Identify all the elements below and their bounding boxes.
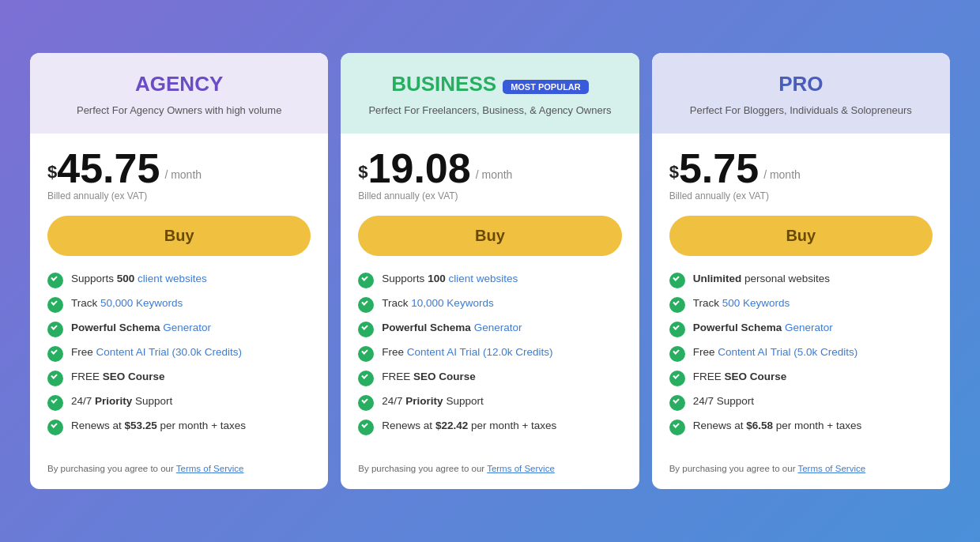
check-icon	[47, 346, 63, 362]
card-body-business: $19.08/ monthBilled annually (ex VAT)Buy…	[341, 134, 639, 464]
feature-text: FREE SEO Course	[382, 370, 476, 385]
feature-text: Unlimited personal websites	[693, 272, 830, 287]
list-item: FREE SEO Course	[669, 370, 933, 386]
feature-text: Free Content AI Trial (12.0k Credits)	[382, 345, 552, 360]
tos-link-business[interactable]: Terms of Service	[487, 464, 555, 473]
list-item: FREE SEO Course	[47, 370, 311, 386]
list-item: Renews at $53.25 per month + taxes	[47, 419, 311, 435]
feature-text: Supports 500 client websites	[71, 272, 207, 287]
plan-title-row-agency: AGENCY	[46, 72, 312, 103]
check-icon	[47, 297, 63, 313]
price-row-agency: $45.75/ month	[47, 148, 311, 189]
price-row-business: $19.08/ month	[358, 148, 621, 189]
list-item: Powerful Schema Generator	[358, 321, 621, 337]
check-icon	[47, 273, 63, 288]
feature-list-pro: Unlimited personal websitesTrack 500 Key…	[669, 272, 933, 443]
check-icon	[669, 346, 685, 362]
feature-text: Renews at $22.42 per month + taxes	[382, 419, 556, 434]
feature-text: Powerful Schema Generator	[71, 321, 211, 336]
pricing-card-pro: PROPerfect For Bloggers, Individuals & S…	[652, 53, 950, 490]
check-icon	[358, 322, 374, 337]
list-item: 24/7 Priority Support	[47, 394, 311, 411]
plan-subtitle-pro: Perfect For Bloggers, Individuals & Solo…	[668, 103, 934, 119]
check-icon	[358, 395, 374, 411]
plan-name-business: BUSINESS	[391, 72, 496, 96]
list-item: Supports 100 client websites	[358, 272, 621, 288]
check-icon	[47, 322, 63, 337]
price-billed-agency: Billed annually (ex VAT)	[47, 190, 311, 201]
tos-text-agency: By purchasing you agree to our Terms of …	[30, 464, 328, 473]
check-icon	[358, 297, 374, 313]
list-item: Track 500 Keywords	[669, 296, 933, 313]
pricing-card-agency: AGENCYPerfect For Agency Owners with hig…	[30, 53, 328, 490]
feature-text: FREE SEO Course	[693, 370, 787, 385]
check-icon	[47, 420, 63, 435]
most-popular-badge: Most Popular	[503, 80, 589, 94]
check-icon	[358, 371, 374, 386]
list-item: Supports 500 client websites	[47, 272, 311, 288]
check-icon	[669, 273, 685, 288]
feature-text: Powerful Schema Generator	[382, 321, 522, 336]
tos-text-pro: By purchasing you agree to our Terms of …	[652, 464, 950, 473]
tos-link-pro[interactable]: Terms of Service	[797, 464, 865, 473]
card-body-agency: $45.75/ monthBilled annually (ex VAT)Buy…	[30, 134, 328, 464]
price-billed-pro: Billed annually (ex VAT)	[669, 190, 933, 201]
list-item: Free Content AI Trial (12.0k Credits)	[358, 345, 621, 362]
card-body-pro: $5.75/ monthBilled annually (ex VAT)BuyU…	[652, 134, 950, 464]
pricing-card-business: BUSINESSMost PopularPerfect For Freelanc…	[341, 53, 639, 490]
list-item: Powerful Schema Generator	[47, 321, 311, 337]
feature-text: Free Content AI Trial (30.0k Credits)	[71, 345, 242, 360]
list-item: FREE SEO Course	[358, 370, 621, 386]
buy-button-agency[interactable]: Buy	[47, 216, 311, 256]
plan-title-row-pro: PRO	[668, 72, 934, 103]
check-icon	[669, 371, 685, 386]
check-icon	[358, 273, 374, 288]
plan-subtitle-agency: Perfect For Agency Owners with high volu…	[46, 103, 312, 119]
pricing-container: AGENCYPerfect For Agency Owners with hig…	[24, 53, 956, 490]
check-icon	[669, 395, 685, 411]
price-dollar-business: $	[358, 162, 368, 183]
price-dollar-agency: $	[47, 162, 57, 183]
price-billed-business: Billed annually (ex VAT)	[358, 190, 621, 201]
card-header-pro: PROPerfect For Bloggers, Individuals & S…	[652, 53, 950, 134]
check-icon	[47, 371, 63, 386]
card-header-business: BUSINESSMost PopularPerfect For Freelanc…	[341, 53, 639, 134]
feature-text: 24/7 Priority Support	[71, 394, 172, 409]
feature-list-agency: Supports 500 client websitesTrack 50,000…	[47, 272, 311, 443]
feature-text: Renews at $6.58 per month + taxes	[693, 419, 862, 434]
list-item: Renews at $22.42 per month + taxes	[358, 419, 621, 435]
price-period-business: / month	[476, 168, 513, 181]
feature-list-business: Supports 100 client websitesTrack 10,000…	[358, 272, 621, 443]
check-icon	[358, 346, 374, 362]
price-amount-business: 19.08	[368, 148, 471, 189]
feature-text: Renews at $53.25 per month + taxes	[71, 419, 246, 434]
feature-text: Track 50,000 Keywords	[71, 296, 183, 311]
list-item: Track 50,000 Keywords	[47, 296, 311, 313]
price-period-agency: / month	[164, 168, 202, 181]
buy-button-pro[interactable]: Buy	[669, 216, 933, 256]
list-item: 24/7 Support	[669, 394, 933, 411]
plan-name-agency: AGENCY	[135, 72, 223, 96]
feature-text: 24/7 Priority Support	[382, 394, 483, 409]
list-item: Renews at $6.58 per month + taxes	[669, 419, 933, 435]
list-item: 24/7 Priority Support	[358, 394, 621, 411]
price-amount-agency: 45.75	[57, 148, 160, 189]
card-header-agency: AGENCYPerfect For Agency Owners with hig…	[30, 53, 328, 134]
tos-text-business: By purchasing you agree to our Terms of …	[341, 464, 639, 473]
plan-title-row-business: BUSINESSMost Popular	[356, 72, 623, 103]
plan-subtitle-business: Perfect For Freelancers, Business, & Age…	[356, 103, 623, 119]
price-row-pro: $5.75/ month	[669, 148, 933, 189]
feature-text: Free Content AI Trial (5.0k Credits)	[693, 345, 858, 360]
buy-button-business[interactable]: Buy	[358, 216, 621, 256]
plan-name-pro: PRO	[778, 72, 823, 96]
check-icon	[669, 420, 685, 435]
check-icon	[669, 297, 685, 313]
feature-text: Powerful Schema Generator	[693, 321, 833, 336]
list-item: Powerful Schema Generator	[669, 321, 933, 337]
list-item: Free Content AI Trial (5.0k Credits)	[669, 345, 933, 362]
feature-text: Supports 100 client websites	[382, 272, 518, 287]
price-dollar-pro: $	[669, 162, 679, 183]
tos-link-agency[interactable]: Terms of Service	[176, 464, 244, 473]
feature-text: FREE SEO Course	[71, 370, 165, 385]
check-icon	[669, 322, 685, 337]
